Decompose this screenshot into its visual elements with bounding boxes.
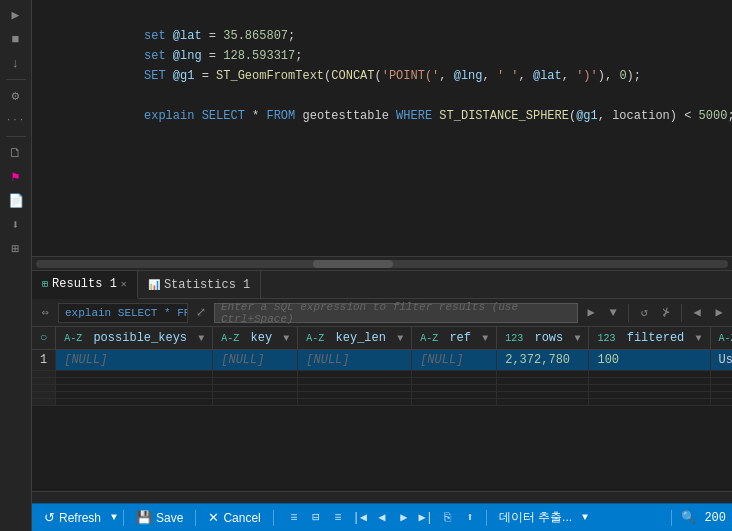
- settings-icon[interactable]: ⚙: [4, 85, 28, 107]
- code-line: explain SELECT * FROM geotesttable WHERE…: [32, 106, 732, 126]
- toolbar-icon-import[interactable]: ⬆: [460, 508, 480, 528]
- refresh-filter-icon[interactable]: ↺: [635, 304, 653, 322]
- results-tab-icon: ⊞: [42, 278, 48, 290]
- play-icon[interactable]: ▶: [4, 4, 28, 26]
- tab-statistics-1-label: Statistics 1: [164, 278, 250, 292]
- main-content: set @lat = 35.865807; set @lng = 128.593…: [32, 0, 732, 531]
- filter-run-icon[interactable]: ▶: [582, 304, 600, 322]
- table-row[interactable]: [32, 378, 732, 385]
- row-indicator-icon: ○: [40, 331, 47, 345]
- toolbar-icon-3[interactable]: ≡: [328, 508, 348, 528]
- th-filtered[interactable]: 123 filtered ▼: [589, 327, 710, 350]
- save-icon: 💾: [136, 510, 152, 525]
- tab-close-icon[interactable]: ✕: [121, 278, 127, 290]
- table-h-scrollbar[interactable]: [32, 491, 732, 503]
- zoom-level: 200: [704, 511, 726, 525]
- tab-results-1-label: Results 1: [52, 277, 117, 291]
- refresh-dropdown-icon[interactable]: ▼: [111, 512, 117, 523]
- refresh-button[interactable]: ↺ Refresh: [38, 508, 107, 527]
- status-sep-1: [123, 510, 124, 526]
- toolbar-icon-1[interactable]: ≡: [284, 508, 304, 528]
- th-rows[interactable]: 123 rows ▼: [497, 327, 589, 350]
- tab-results-1[interactable]: ⊞ Results 1 ✕: [32, 271, 138, 299]
- table-row[interactable]: 1 [NULL] [NULL] [NULL] [NULL] 2,372,780 …: [32, 350, 732, 371]
- toolbar-icon-next[interactable]: ▶: [394, 508, 414, 528]
- td-extra: Using where: [710, 350, 732, 371]
- filter-dropdown-icon[interactable]: ▼: [604, 304, 622, 322]
- td-possible-keys: [NULL]: [56, 350, 213, 371]
- export-label: 데이터 추출...: [499, 509, 572, 526]
- table-row[interactable]: [32, 392, 732, 399]
- expand-icon[interactable]: ⇔: [36, 304, 54, 322]
- h-scrollbar-thumb[interactable]: [313, 260, 393, 268]
- table-row[interactable]: [32, 371, 732, 378]
- export-button[interactable]: 데이터 추출...: [493, 507, 578, 528]
- toolbar-icon-first[interactable]: |◀: [350, 508, 370, 528]
- save-button[interactable]: 💾 Save: [130, 508, 189, 527]
- toolbar-icon-copy[interactable]: ⎘: [438, 508, 458, 528]
- sidebar: ▶ ■ ↓ ⚙ ··· 🗋 ⚑ 📄 ⬇ ⊞: [0, 0, 32, 531]
- dots-icon: ···: [4, 109, 28, 131]
- editor-area: set @lat = 35.865807; set @lng = 128.593…: [32, 0, 732, 270]
- refresh-label: Refresh: [59, 511, 101, 525]
- code-line: SET @g1 = ST_GeomFromText(CONCAT('POINT(…: [32, 66, 732, 86]
- table-header-row: ○ A-Z possible_keys ▼ A-Z key ▼: [32, 327, 732, 350]
- statistics-tab-icon: 📊: [148, 279, 160, 291]
- th-possible-keys[interactable]: A-Z possible_keys ▼: [56, 327, 213, 350]
- sidebar-separator-2: [6, 136, 26, 137]
- results-table-container[interactable]: ○ A-Z possible_keys ▼ A-Z key ▼: [32, 327, 732, 491]
- results-panel: ⊞ Results 1 ✕ 📊 Statistics 1 ⇔ explain S…: [32, 270, 732, 503]
- back-icon[interactable]: ◀: [688, 304, 706, 322]
- filter-input[interactable]: Enter a SQL expression to filter results…: [214, 303, 578, 323]
- sidebar-separator-1: [6, 79, 26, 80]
- td-filtered: 100: [589, 350, 710, 371]
- cancel-icon: ✕: [208, 510, 219, 525]
- cancel-button[interactable]: ✕ Cancel: [202, 508, 266, 527]
- refresh-icon: ↺: [44, 510, 55, 525]
- table-row[interactable]: [32, 385, 732, 392]
- stop-icon[interactable]: ■: [4, 28, 28, 50]
- grid-icon[interactable]: ⊞: [4, 238, 28, 260]
- tabs-row: ⊞ Results 1 ✕ 📊 Statistics 1: [32, 271, 732, 299]
- th-row-indicator: ○: [32, 327, 56, 350]
- file-warning-icon[interactable]: ⚑: [4, 166, 28, 188]
- toolbar-icon-2[interactable]: ⊟: [306, 508, 326, 528]
- code-lines[interactable]: set @lat = 35.865807; set @lng = 128.593…: [32, 0, 732, 256]
- funnel-icon[interactable]: ⊁: [657, 304, 675, 322]
- td-rows: 2,372,780: [497, 350, 589, 371]
- filter-separator-2: [681, 304, 682, 322]
- td-key: [NULL]: [213, 350, 298, 371]
- cancel-label: Cancel: [223, 511, 260, 525]
- step-icon[interactable]: ↓: [4, 52, 28, 74]
- toolbar-icons: ≡ ⊟ ≡ |◀ ◀ ▶ ▶| ⎘ ⬆: [284, 508, 480, 528]
- status-right: 🔍 200: [678, 508, 726, 528]
- th-key-len[interactable]: A-Z key_len ▼: [298, 327, 412, 350]
- td-key-len: [NULL]: [298, 350, 412, 371]
- status-sep-2: [195, 510, 196, 526]
- status-sep-5: [671, 510, 672, 526]
- export-dropdown-icon[interactable]: ▼: [582, 512, 588, 523]
- status-sep-4: [486, 510, 487, 526]
- toolbar-icon-prev[interactable]: ◀: [372, 508, 392, 528]
- zoom-icon[interactable]: 🔍: [678, 508, 698, 528]
- filter-expand-icon[interactable]: ⤢: [192, 304, 210, 322]
- file-new-icon[interactable]: 🗋: [4, 142, 28, 164]
- results-table: ○ A-Z possible_keys ▼ A-Z key ▼: [32, 327, 732, 406]
- save-label: Save: [156, 511, 183, 525]
- th-extra[interactable]: A-Z Extra ▼: [710, 327, 732, 350]
- file-download-icon[interactable]: ⬇: [4, 214, 28, 236]
- toolbar-icon-last[interactable]: ▶|: [416, 508, 436, 528]
- h-scrollbar-track[interactable]: [36, 260, 728, 268]
- th-key[interactable]: A-Z key ▼: [213, 327, 298, 350]
- filter-separator-1: [628, 304, 629, 322]
- td-ref: [NULL]: [412, 350, 497, 371]
- forward-icon[interactable]: ▶: [710, 304, 728, 322]
- status-bar: ↺ Refresh ▼ 💾 Save ✕ Cancel ≡ ⊟ ≡ |◀ ◀ ▶…: [32, 503, 732, 531]
- th-ref[interactable]: A-Z ref ▼: [412, 327, 497, 350]
- table-row[interactable]: [32, 399, 732, 406]
- filter-row: ⇔ explain SELECT * FROM geote ⤢ Enter a …: [32, 299, 732, 327]
- file-info-icon[interactable]: 📄: [4, 190, 28, 212]
- filter-sql-display: explain SELECT * FROM geote: [58, 303, 188, 323]
- editor-scrollbar[interactable]: [32, 256, 732, 270]
- tab-statistics-1[interactable]: 📊 Statistics 1: [138, 271, 261, 299]
